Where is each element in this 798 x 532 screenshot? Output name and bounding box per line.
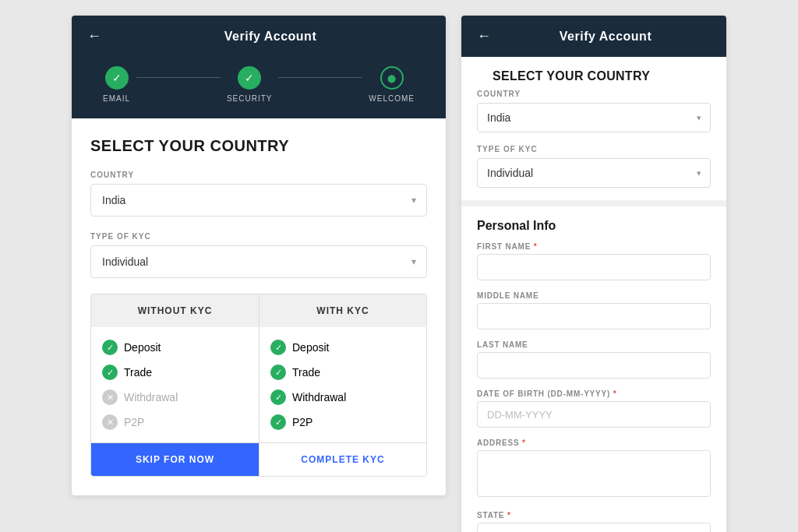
- address-input[interactable]: [477, 450, 711, 497]
- step-email-circle: ✓: [105, 66, 129, 90]
- step-email-label: EMAIL: [103, 94, 130, 103]
- required-marker: *: [534, 242, 538, 251]
- item-label: P2P: [124, 416, 144, 428]
- first-name-group: FIRST NAME *: [477, 242, 711, 280]
- check-icon: ✓: [102, 365, 118, 380]
- left-section-title: SELECT YOUR COUNTRY: [90, 137, 427, 155]
- address-group: ADDRESS *: [477, 439, 711, 500]
- state-label: STATE *: [477, 511, 711, 520]
- step-line-2: [278, 77, 362, 78]
- check-icon: ✓: [270, 389, 286, 405]
- complete-kyc-button[interactable]: COMPLETE KYC: [259, 443, 426, 476]
- last-name-input[interactable]: [477, 352, 711, 379]
- list-item: ✓ Trade: [270, 365, 415, 380]
- x-icon: ✕: [102, 389, 118, 405]
- left-header-title: Verify Account: [111, 30, 430, 44]
- skip-button[interactable]: SKIP FOR NOW: [91, 443, 259, 476]
- kyc-comparison-table: WITHOUT KYC WITH KYC ✓ Deposit ✓ Trade ✕: [90, 294, 427, 477]
- check-icon: ✓: [102, 340, 118, 355]
- with-kyc-header: WITH KYC: [259, 294, 426, 327]
- address-label: ADDRESS *: [477, 439, 711, 447]
- required-marker: *: [613, 389, 617, 398]
- kyc-type-select-wrapper: Individual ▾: [90, 245, 427, 278]
- right-body: SELECT YOUR COUNTRY COUNTRY India ▾ TYPE…: [461, 57, 726, 532]
- check-icon: ✓: [270, 340, 286, 355]
- left-body: SELECT YOUR COUNTRY COUNTRY India ▾ TYPE…: [72, 118, 446, 495]
- state-select[interactable]: Select...: [477, 523, 711, 532]
- list-item: ✓ Deposit: [270, 340, 415, 355]
- personal-info-title: Personal Info: [477, 206, 711, 242]
- right-country-select[interactable]: India: [477, 103, 711, 132]
- item-label: Deposit: [124, 341, 161, 354]
- left-header: ← Verify Account: [72, 16, 446, 57]
- dob-label: DATE OF BIRTH (DD-MM-YYYY) *: [477, 389, 711, 398]
- item-label: Withdrawal: [124, 391, 178, 403]
- item-label: Trade: [292, 366, 320, 379]
- section-divider: [461, 200, 726, 206]
- required-marker: *: [507, 511, 511, 520]
- first-name-label: FIRST NAME *: [477, 242, 711, 251]
- item-label: Withdrawal: [292, 391, 346, 403]
- back-button-right[interactable]: ←: [477, 28, 491, 44]
- middle-name-group: MIDDLE NAME: [477, 291, 711, 329]
- item-label: Trade: [124, 366, 152, 379]
- right-kyc-type-wrapper: Individual ▾: [477, 158, 711, 188]
- step-line-1: [136, 77, 221, 78]
- list-item: ✕ Withdrawal: [102, 389, 248, 405]
- kyc-type-label: TYPE OF KYC: [90, 232, 427, 241]
- kyc-rows: ✓ Deposit ✓ Trade ✕ Withdrawal ✕ P2P: [91, 327, 426, 442]
- item-label: P2P: [292, 416, 312, 428]
- right-country-label: COUNTRY: [477, 90, 711, 98]
- list-item: ✓ Deposit: [102, 340, 248, 355]
- required-marker: *: [522, 439, 526, 447]
- right-header-title: Verify Account: [500, 30, 711, 44]
- country-select-wrapper: India ▾: [90, 184, 427, 217]
- check-icon: ✓: [270, 414, 286, 430]
- step-welcome: ⬤ WELCOME: [369, 66, 415, 103]
- step-security: ✓ SECURITY: [227, 66, 273, 103]
- step-security-label: SECURITY: [227, 94, 273, 103]
- back-button-left[interactable]: ←: [87, 28, 101, 44]
- state-group: STATE * Select... ▾: [477, 511, 711, 532]
- item-label: Deposit: [292, 341, 329, 354]
- kyc-action-buttons: SKIP FOR NOW COMPLETE KYC: [91, 442, 426, 476]
- list-item: ✓ Trade: [102, 365, 248, 380]
- right-kyc-type-label: TYPE OF KYC: [477, 145, 711, 153]
- country-label: COUNTRY: [90, 171, 427, 179]
- without-kyc-header: WITHOUT KYC: [91, 294, 259, 327]
- dob-group: DATE OF BIRTH (DD-MM-YYYY) *: [477, 389, 711, 428]
- left-panel: ← Verify Account ✓ EMAIL ✓ SECURITY ⬤ WE…: [72, 16, 446, 495]
- last-name-group: LAST NAME: [477, 340, 711, 379]
- middle-name-input[interactable]: [477, 303, 711, 329]
- last-name-label: LAST NAME: [477, 340, 711, 349]
- right-panel: ← Verify Account SELECT YOUR COUNTRY COU…: [461, 16, 726, 532]
- right-section-title: SELECT YOUR COUNTRY: [477, 57, 711, 90]
- kyc-table-header: WITHOUT KYC WITH KYC: [91, 294, 426, 327]
- list-item: ✓ Withdrawal: [270, 389, 415, 405]
- step-email: ✓ EMAIL: [103, 66, 130, 103]
- x-icon: ✕: [102, 414, 118, 430]
- middle-name-label: MIDDLE NAME: [477, 291, 711, 300]
- state-select-wrapper: Select... ▾: [477, 523, 711, 532]
- right-header: ← Verify Account: [461, 16, 726, 57]
- list-item: ✓ P2P: [270, 414, 415, 430]
- country-select[interactable]: India: [90, 184, 427, 217]
- first-name-input[interactable]: [477, 254, 711, 280]
- without-kyc-col: ✓ Deposit ✓ Trade ✕ Withdrawal ✕ P2P: [91, 327, 259, 442]
- dob-input[interactable]: [477, 401, 711, 428]
- step-welcome-label: WELCOME: [369, 94, 415, 103]
- step-welcome-circle: ⬤: [380, 66, 404, 90]
- stepper: ✓ EMAIL ✓ SECURITY ⬤ WELCOME: [72, 57, 446, 118]
- with-kyc-col: ✓ Deposit ✓ Trade ✓ Withdrawal ✓ P2P: [259, 327, 426, 442]
- kyc-type-select[interactable]: Individual: [90, 245, 427, 278]
- step-security-circle: ✓: [238, 66, 261, 90]
- check-icon: ✓: [270, 365, 286, 380]
- list-item: ✕ P2P: [102, 414, 248, 430]
- right-kyc-type-select[interactable]: Individual: [477, 158, 711, 188]
- right-country-wrapper: India ▾: [477, 103, 711, 132]
